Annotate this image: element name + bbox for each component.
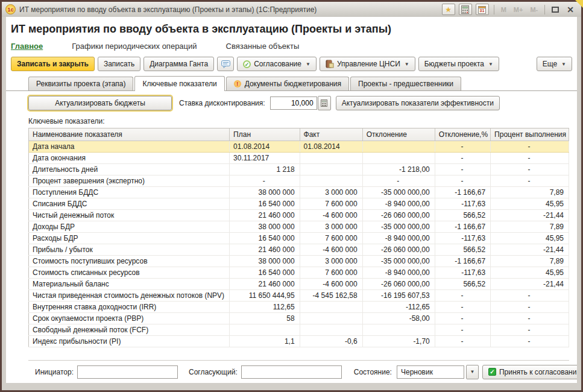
- actualize-efficiency-button[interactable]: Актуализировать показатели эффективности: [336, 96, 500, 110]
- calculator-picker-button[interactable]: [318, 96, 331, 110]
- column-header[interactable]: Процент выполнения: [491, 128, 569, 141]
- accept-for-approval-button[interactable]: ✓ Принять к согласованию: [482, 365, 577, 379]
- table-row[interactable]: Внутренняя ставка доходности (IRR)112,65…: [29, 302, 569, 313]
- table-cell: -: [435, 313, 490, 324]
- table-cell: [362, 153, 435, 164]
- table-cell: -1 218,00: [362, 164, 435, 175]
- table-row[interactable]: Индекс прибыльности (PI)1,1-0,6-1,70--: [29, 336, 569, 347]
- table-cell: 3 000 000: [300, 256, 362, 267]
- table-cell: -: [491, 324, 569, 336]
- memory-add-button[interactable]: M+: [512, 6, 525, 13]
- table-cell: 566,52: [435, 244, 490, 256]
- table-cell: 01.08.2014: [230, 141, 300, 153]
- approver-input[interactable]: [241, 365, 342, 379]
- tab-strip: Реквизиты проекта (этапа) Ключевые показ…: [6, 76, 577, 91]
- table-cell: [362, 324, 435, 336]
- table-cell: -117,63: [435, 233, 490, 244]
- table-row[interactable]: Расходы БДР16 540 0007 600 000-8 940 000…: [29, 233, 569, 244]
- tab-project-requisites[interactable]: Реквизиты проекта (этапа): [28, 77, 133, 90]
- nav-link-main[interactable]: Главное: [11, 42, 43, 51]
- save-and-close-button[interactable]: Записать и закрыть: [11, 57, 95, 71]
- table-row[interactable]: Чистая приведенная стоимость денежных по…: [29, 290, 569, 302]
- actualize-budgets-button[interactable]: Актуализировать бюджеты: [28, 96, 172, 110]
- table-cell: -58,00: [362, 313, 435, 324]
- table-cell: -26 060 000,00: [362, 210, 435, 221]
- approval-menu-button[interactable]: ✓ Согласование ▼: [237, 57, 317, 71]
- kpi-table-body: Дата начала01.08.201401.08.2014--Дата ок…: [29, 141, 569, 347]
- table-cell: 1,1: [230, 336, 300, 347]
- column-header[interactable]: Отклонение,%: [435, 128, 490, 141]
- state-value[interactable]: Черновик: [397, 365, 464, 379]
- table-row[interactable]: Дата окончания30.11.2017--: [29, 153, 569, 164]
- table-row[interactable]: Свободный денежный поток (FCF)--: [29, 324, 569, 336]
- table-cell: -26 060 000,00: [362, 279, 435, 290]
- table-cell: Поступления БДДС: [29, 187, 230, 198]
- save-button[interactable]: Записать: [98, 57, 140, 71]
- table-cell: 7 600 000: [300, 233, 362, 244]
- table-row[interactable]: Срок окупаемости проекта (PBP)58-58,00--: [29, 313, 569, 324]
- more-menu-button[interactable]: Еще ▼: [537, 57, 572, 71]
- tab-key-indicators[interactable]: Ключевые показатели: [134, 76, 224, 91]
- table-row[interactable]: Прибыль / убыток21 460 000-4 600 000-26 …: [29, 244, 569, 256]
- calculator-icon: [321, 100, 327, 107]
- table-row[interactable]: Поступления БДДС38 000 0003 000 000-35 0…: [29, 187, 569, 198]
- memory-subtract-button[interactable]: M-: [528, 6, 540, 13]
- table-cell: -1 166,67: [435, 187, 490, 198]
- 1c-app-icon: 1с: [5, 4, 16, 14]
- table-cell: Доходы БДР: [29, 221, 230, 233]
- table-cell: Дата окончания: [29, 153, 230, 164]
- table-cell: -: [435, 153, 490, 164]
- initiator-input[interactable]: [77, 365, 178, 379]
- column-header[interactable]: Наименование показателя: [29, 128, 230, 141]
- table-row[interactable]: Длительность дней1 218-1 218,00--: [29, 164, 569, 175]
- table-cell: -117,63: [435, 198, 490, 210]
- accept-label: Принять к согласованию: [499, 368, 577, 376]
- discount-rate-input[interactable]: [270, 96, 317, 110]
- table-row[interactable]: Материальный баланс21 460 000-4 600 000-…: [29, 279, 569, 290]
- nav-link-related-objects[interactable]: Связанные объекты: [226, 42, 300, 51]
- tab-label: Ключевые показатели: [142, 80, 216, 88]
- table-caption: Ключевые показатели:: [28, 117, 569, 125]
- calculator-button[interactable]: [459, 4, 472, 15]
- green-check-icon: ✓: [488, 368, 496, 376]
- table-row[interactable]: Чистый денежный поток21 460 000-4 600 00…: [29, 210, 569, 221]
- gantt-chart-button[interactable]: Диаграмма Ганта: [143, 57, 214, 71]
- table-row[interactable]: Дата начала01.08.201401.08.2014--: [29, 141, 569, 153]
- table-row[interactable]: Стоимость поступивших ресурсов38 000 000…: [29, 256, 569, 267]
- table-row[interactable]: Доходы БДР38 000 0003 000 000-35 000 000…: [29, 221, 569, 233]
- table-cell: -4 600 000: [300, 279, 362, 290]
- table-cell: [300, 302, 362, 313]
- table-cell: -21,44: [491, 279, 569, 290]
- favorites-button[interactable]: ★: [442, 4, 455, 15]
- mdm-menu-button[interactable]: Управление ЦНСИ ▼: [320, 57, 415, 71]
- table-row[interactable]: Списания БДДС16 540 0007 600 000-8 940 0…: [29, 198, 569, 210]
- nav-link-periodic-schedules[interactable]: Графики периодических операций: [72, 42, 197, 51]
- table-row[interactable]: Процент завершения (экспертно)----: [29, 175, 569, 187]
- column-header[interactable]: План: [230, 128, 300, 141]
- table-cell: 16 540 000: [230, 198, 300, 210]
- tab-label: Реквизиты проекта (этапа): [36, 80, 125, 88]
- titlebar-separator: [494, 5, 494, 14]
- table-cell: 21 460 000: [230, 244, 300, 256]
- project-budgets-menu-button[interactable]: Бюджеты проекта ▼: [418, 57, 499, 71]
- table-cell: -35 000 000,00: [362, 221, 435, 233]
- table-cell: Срок окупаемости проекта (PBP): [29, 313, 230, 324]
- column-header[interactable]: Отклонение: [362, 128, 435, 141]
- tab-predecessor-projects[interactable]: Проекты - предшественники: [350, 77, 461, 90]
- table-cell: 16 540 000: [230, 233, 300, 244]
- table-cell: -: [435, 324, 490, 336]
- check-circle-icon: ✓: [243, 60, 251, 68]
- calendar-button[interactable]: 31: [476, 4, 489, 15]
- kpi-table-head: Наименование показателяПланФактОтклонени…: [29, 128, 569, 141]
- table-row[interactable]: Стоимость списанных ресурсов16 540 0007 …: [29, 267, 569, 279]
- table-cell: 38 000 000: [230, 256, 300, 267]
- maximize-button[interactable]: [550, 7, 561, 13]
- comments-button[interactable]: [217, 57, 234, 71]
- memory-recall-button[interactable]: M: [499, 6, 508, 13]
- footer-bar: Инициатор: Согласующий: Состояние: Черно…: [28, 360, 569, 383]
- state-dropdown-button[interactable]: ▼: [466, 365, 479, 379]
- table-cell: 1 218: [230, 164, 300, 175]
- column-header[interactable]: Факт: [300, 128, 362, 141]
- tab-budget-documents[interactable]: !Документы бюджетирования: [226, 77, 349, 90]
- table-cell: 566,52: [435, 210, 490, 221]
